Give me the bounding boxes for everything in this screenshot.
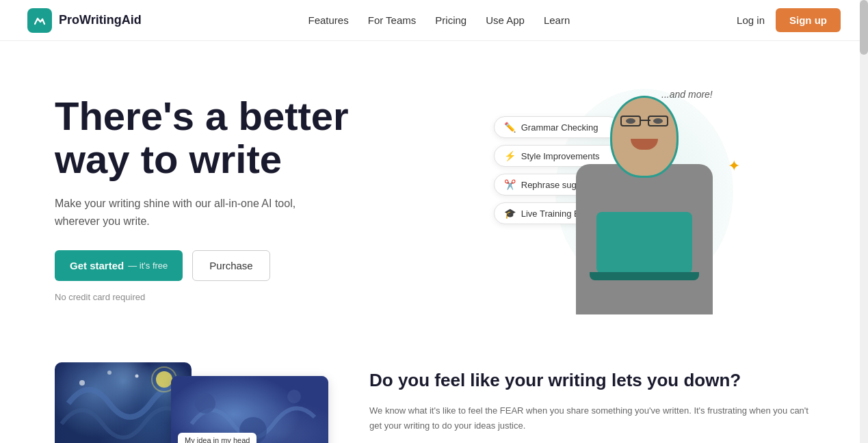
- scrollbar[interactable]: [860, 0, 868, 443]
- lower-title: Do you feel like your writing lets you d…: [369, 369, 813, 392]
- logo-text: ProWritingAid: [59, 13, 142, 27]
- nav-use-app[interactable]: Use App: [486, 14, 525, 26]
- idea-bubble: My idea in my head: [178, 433, 257, 443]
- nav-links: Features For Teams Pricing Use App Learn: [308, 14, 570, 26]
- lower-images: My idea in my head: [55, 362, 315, 443]
- get-started-button[interactable]: Get started — it's free: [55, 250, 183, 281]
- hero-buttons: Get started — it's free Purchase: [55, 250, 434, 281]
- svg-point-6: [287, 390, 301, 403]
- svg-point-2: [79, 380, 85, 386]
- svg-point-4: [135, 375, 139, 378]
- nav-for-teams[interactable]: For Teams: [368, 14, 417, 26]
- no-credit-text: No credit card required: [55, 292, 434, 302]
- nav-actions: Log in Sign up: [737, 8, 841, 32]
- svg-point-5: [195, 393, 215, 414]
- svg-point-0: [156, 371, 172, 388]
- signup-button[interactable]: Sign up: [776, 8, 841, 32]
- nav-learn[interactable]: Learn: [544, 14, 570, 26]
- login-button[interactable]: Log in: [737, 14, 765, 26]
- logo-icon: [27, 8, 52, 33]
- lower-section: My idea in my head Do you feel like your…: [0, 342, 868, 443]
- hero-title: There's a better way to write: [55, 94, 434, 182]
- logo[interactable]: ProWritingAid: [27, 8, 142, 33]
- purchase-button[interactable]: Purchase: [192, 250, 269, 281]
- hero-illustration: ✏️ Grammar Checking ⚡ Style Improvements…: [494, 75, 754, 321]
- navbar: ProWritingAid Features For Teams Pricing…: [0, 0, 868, 41]
- lower-text: Do you feel like your writing lets you d…: [369, 362, 813, 433]
- hero-left: There's a better way to write Make your …: [55, 94, 434, 303]
- hero-section: There's a better way to write Make your …: [0, 41, 868, 342]
- nav-pricing[interactable]: Pricing: [435, 14, 466, 26]
- nav-features[interactable]: Features: [308, 14, 349, 26]
- lower-description: We know what it's like to feel the FEAR …: [369, 403, 813, 433]
- hero-subtitle: Make your writing shine with our all-in-…: [55, 195, 315, 230]
- scrollbar-thumb[interactable]: [860, 0, 868, 55]
- hero-right: ✏️ Grammar Checking ⚡ Style Improvements…: [434, 68, 814, 328]
- svg-point-3: [107, 371, 111, 375]
